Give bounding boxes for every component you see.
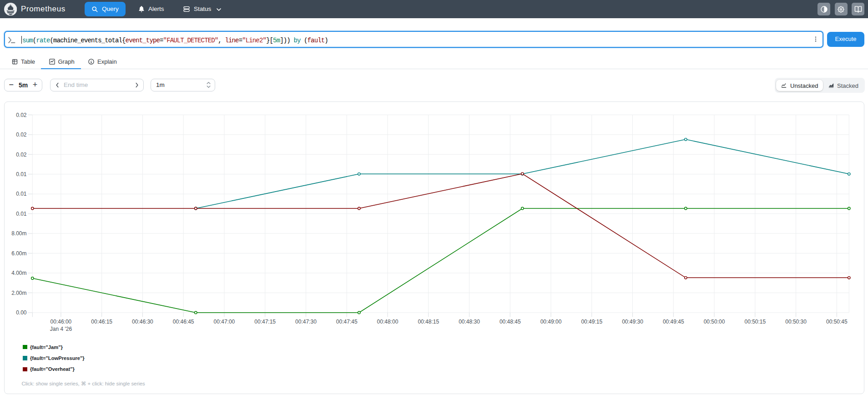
svg-text:00:47:45: 00:47:45 (336, 319, 358, 325)
svg-text:00:48:15: 00:48:15 (418, 319, 439, 325)
svg-text:2.00m: 2.00m (11, 290, 26, 296)
svg-text:00:47:30: 00:47:30 (295, 319, 317, 325)
svg-text:00:49:00: 00:49:00 (540, 319, 562, 325)
svg-text:0.02: 0.02 (16, 132, 27, 138)
svg-text:0.01: 0.01 (16, 191, 27, 197)
svg-text:0.02: 0.02 (16, 152, 27, 158)
svg-text:0.01: 0.01 (16, 211, 27, 217)
svg-text:00:50:15: 00:50:15 (744, 319, 766, 325)
svg-text:00:46:45: 00:46:45 (173, 319, 194, 325)
svg-text:Jan 4 '26: Jan 4 '26 (50, 326, 72, 332)
svg-text:0.00: 0.00 (16, 309, 27, 316)
svg-text:00:48:30: 00:48:30 (459, 319, 480, 325)
svg-text:00:50:30: 00:50:30 (785, 319, 807, 325)
svg-text:00:50:00: 00:50:00 (704, 319, 725, 325)
svg-text:6.00m: 6.00m (11, 250, 26, 257)
svg-text:00:50:45: 00:50:45 (826, 319, 848, 325)
svg-text:00:47:00: 00:47:00 (214, 319, 235, 325)
svg-text:0.02: 0.02 (16, 112, 27, 118)
svg-text:00:48:00: 00:48:00 (377, 319, 399, 325)
svg-text:00:48:45: 00:48:45 (500, 319, 521, 325)
svg-text:00:46:30: 00:46:30 (132, 319, 153, 325)
svg-text:00:46:15: 00:46:15 (91, 319, 112, 325)
svg-text:00:47:15: 00:47:15 (254, 319, 276, 325)
svg-text:4.00m: 4.00m (11, 270, 26, 276)
svg-text:00:49:30: 00:49:30 (622, 319, 643, 325)
svg-text:00:49:15: 00:49:15 (581, 319, 602, 325)
svg-text:0.01: 0.01 (16, 171, 27, 177)
svg-text:00:49:45: 00:49:45 (663, 319, 684, 325)
svg-text:8.00m: 8.00m (11, 230, 26, 237)
svg-text:00:46:00: 00:46:00 (50, 319, 72, 325)
